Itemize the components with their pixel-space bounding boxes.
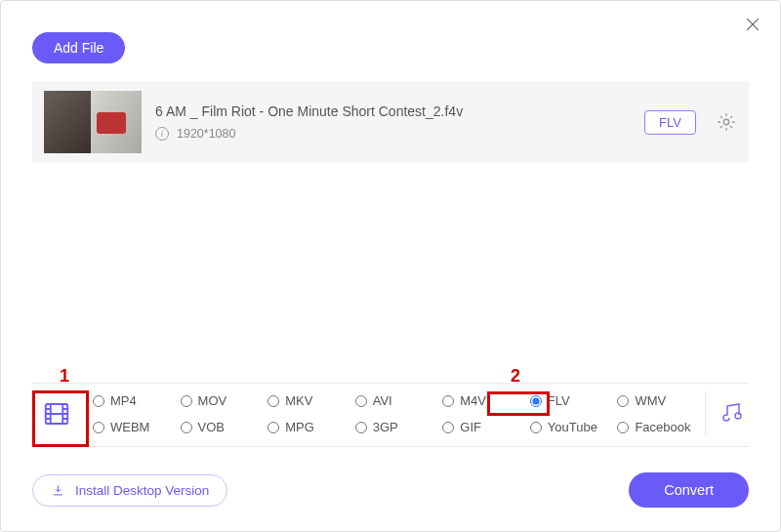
format-option-mkv[interactable]: MKV	[266, 392, 349, 409]
format-option-webm[interactable]: WEBM	[91, 419, 175, 435]
format-label: MP4	[110, 393, 137, 408]
music-section-icon[interactable]	[716, 400, 749, 428]
format-radio[interactable]	[355, 395, 367, 407]
format-label: M4V	[460, 393, 486, 408]
format-option-wmv[interactable]: WMV	[615, 392, 699, 409]
format-radio[interactable]	[181, 395, 192, 407]
format-option-mp4[interactable]: MP4	[91, 392, 175, 409]
add-file-button[interactable]: Add File	[32, 32, 125, 63]
format-label: MKV	[285, 393, 312, 408]
format-option-flv[interactable]: FLV	[528, 392, 612, 409]
format-label: WEBM	[110, 420, 149, 434]
format-label: WMV	[635, 393, 666, 408]
format-option-m4v[interactable]: M4V	[440, 392, 524, 409]
format-radio[interactable]	[93, 395, 104, 407]
format-radio[interactable]	[267, 395, 279, 407]
install-desktop-label: Install Desktop Version	[75, 483, 209, 498]
format-option-gif[interactable]: GIF	[440, 419, 524, 435]
svg-point-0	[723, 119, 729, 125]
format-label: MOV	[198, 393, 227, 408]
format-radio[interactable]	[442, 395, 454, 407]
file-meta: 6 AM _ Film Riot - One Minute Short Cont…	[155, 103, 631, 141]
convert-button[interactable]: Convert	[629, 472, 749, 508]
format-radio[interactable]	[267, 422, 279, 433]
format-radio[interactable]	[617, 395, 629, 407]
format-option-vob[interactable]: VOB	[179, 419, 263, 435]
format-radio[interactable]	[617, 422, 629, 433]
format-divider	[705, 391, 706, 436]
formats-section: MP4MOVMKVAVIM4VFLVWMVWEBMVOBMPG3GPGIFYou…	[32, 383, 749, 447]
format-option-mov[interactable]: MOV	[179, 392, 263, 409]
close-icon[interactable]	[743, 15, 762, 34]
format-label: 3GP	[373, 420, 398, 434]
bottom-bar: Install Desktop Version Convert	[32, 472, 749, 508]
format-option-facebook[interactable]: Facebook	[615, 419, 699, 435]
video-section-icon[interactable]	[32, 389, 81, 438]
file-resolution: 1920*1080	[177, 127, 235, 141]
format-label: YouTube	[548, 420, 597, 434]
format-option-avi[interactable]: AVI	[353, 392, 437, 409]
format-radio[interactable]	[442, 422, 454, 433]
download-icon	[51, 483, 65, 498]
file-name: 6 AM _ Film Riot - One Minute Short Cont…	[155, 103, 631, 119]
format-label: AVI	[373, 393, 392, 408]
format-label: GIF	[460, 420, 481, 434]
format-radio[interactable]	[93, 422, 104, 433]
format-option-3gp[interactable]: 3GP	[353, 419, 437, 435]
format-label: Facebook	[635, 420, 690, 434]
format-option-mpg[interactable]: MPG	[266, 419, 349, 435]
format-radio[interactable]	[530, 395, 542, 407]
install-desktop-button[interactable]: Install Desktop Version	[32, 474, 227, 507]
format-pill-button[interactable]: FLV	[644, 110, 696, 135]
format-option-youtube[interactable]: YouTube	[528, 419, 612, 435]
format-label: MPG	[285, 420, 314, 434]
format-radio[interactable]	[181, 422, 192, 433]
svg-point-2	[735, 413, 741, 419]
format-radio[interactable]	[530, 422, 542, 433]
file-row: 6 AM _ Film Riot - One Minute Short Cont…	[32, 81, 749, 163]
gear-icon[interactable]	[716, 111, 737, 133]
format-label: VOB	[198, 420, 225, 434]
info-icon: i	[155, 127, 169, 141]
format-label: FLV	[548, 393, 570, 408]
file-thumbnail	[44, 91, 142, 153]
format-radio[interactable]	[355, 422, 367, 433]
